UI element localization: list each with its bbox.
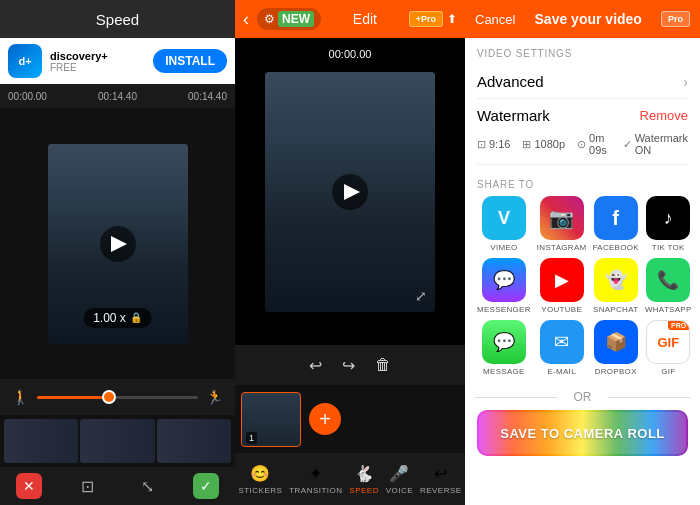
right-panel: Cancel Save your video Pro VIDEO SETTING… bbox=[465, 0, 700, 505]
timeline-mid: 00:14.40 bbox=[98, 91, 137, 102]
left-panel: Speed d+ discovery+ FREE INSTALL 00:00.0… bbox=[0, 0, 235, 505]
gear-icon: ⚙ bbox=[264, 12, 275, 26]
stickers-label: STICKERS bbox=[238, 486, 282, 495]
timeline-clip[interactable]: 1 bbox=[241, 392, 301, 447]
tiktok-icon: ♪ bbox=[646, 196, 690, 240]
voice-tool[interactable]: 🎤 VOICE bbox=[386, 464, 413, 495]
speed-title: Speed bbox=[96, 11, 139, 28]
pro-badge-right: Pro bbox=[661, 11, 690, 27]
gif-share-button[interactable]: GIF PRO GIF bbox=[645, 320, 692, 376]
share-app-grid: V VIMEO 📷 INSTAGRAM f FACEBOOK ♪ TIK TOK… bbox=[477, 196, 688, 376]
messenger-share-button[interactable]: 💬 MESSENGER bbox=[477, 258, 531, 314]
advanced-row[interactable]: Advanced › bbox=[477, 65, 688, 99]
clip-strip bbox=[0, 415, 235, 467]
back-button[interactable]: ‹ bbox=[243, 9, 249, 30]
play-button[interactable] bbox=[100, 226, 136, 262]
crop-button[interactable]: ⊡ bbox=[74, 472, 102, 500]
ad-banner: d+ discovery+ FREE INSTALL bbox=[0, 38, 235, 84]
messenger-label: MESSENGER bbox=[477, 305, 531, 314]
or-divider: OR bbox=[465, 384, 700, 410]
mid-tools-bar: 😊 STICKERS ✦ TRANSITION 🐇 SPEED 🎤 VOICE … bbox=[235, 453, 465, 505]
clip-item[interactable] bbox=[157, 419, 231, 463]
save-camera-roll-label: SAVE TO CAMERA ROLL bbox=[500, 426, 665, 441]
redo-button[interactable]: ↪ bbox=[342, 356, 355, 375]
install-button[interactable]: INSTALL bbox=[153, 49, 227, 73]
video-thumbnail: 1.00 x 🔒 bbox=[48, 144, 188, 344]
share-button[interactable]: ⬆ bbox=[447, 12, 457, 26]
confirm-button[interactable]: ✓ bbox=[193, 473, 219, 499]
stickers-tool[interactable]: 😊 STICKERS bbox=[238, 464, 282, 495]
clip-item[interactable] bbox=[80, 419, 154, 463]
tiktok-share-button[interactable]: ♪ TIK TOK bbox=[645, 196, 692, 252]
resize-icon: ⤡ bbox=[141, 477, 154, 496]
instagram-label: INSTAGRAM bbox=[537, 243, 587, 252]
save-camera-roll-button[interactable]: SAVE TO CAMERA ROLL bbox=[477, 410, 688, 456]
message-share-button[interactable]: 💬 MESSAGE bbox=[477, 320, 531, 376]
email-share-button[interactable]: ✉ E-MAIL bbox=[537, 320, 587, 376]
ratio-value: 9:16 bbox=[489, 138, 510, 150]
facebook-label: FACEBOOK bbox=[593, 243, 639, 252]
instagram-share-button[interactable]: 📷 INSTAGRAM bbox=[537, 196, 587, 252]
video-settings-label: VIDEO SETTINGS bbox=[477, 48, 688, 59]
save-camera-inner: SAVE TO CAMERA ROLL bbox=[479, 412, 686, 454]
cancel-button[interactable]: Cancel bbox=[475, 12, 515, 27]
undo-button[interactable]: ↩ bbox=[309, 356, 322, 375]
reverse-tool[interactable]: ↩ REVERSE bbox=[420, 464, 462, 495]
mid-play-button[interactable] bbox=[332, 174, 368, 210]
watermark-status-value: Watermark ON bbox=[635, 132, 688, 156]
speed-slider-track[interactable] bbox=[37, 396, 198, 399]
mid-controls: ↩ ↪ 🗑 bbox=[235, 345, 465, 385]
clock-icon: ⊙ bbox=[577, 138, 586, 151]
watermark-status-icon: ✓ bbox=[623, 138, 632, 151]
speed-badge: 1.00 x 🔒 bbox=[83, 308, 152, 328]
expand-icon[interactable]: ⤢ bbox=[415, 288, 427, 304]
youtube-label: YOUTUBE bbox=[541, 305, 582, 314]
watermark-label: Watermark bbox=[477, 107, 550, 124]
watermark-row: Watermark Remove bbox=[477, 99, 688, 128]
vimeo-share-button[interactable]: V VIMEO bbox=[477, 196, 531, 252]
video-settings-section: VIDEO SETTINGS Advanced › Watermark Remo… bbox=[465, 38, 700, 171]
whatsapp-share-button[interactable]: 📞 WHATSAPP bbox=[645, 258, 692, 314]
ad-app-icon: d+ bbox=[8, 44, 42, 78]
vimeo-label: VIMEO bbox=[490, 243, 517, 252]
resolution-value: 1080p bbox=[534, 138, 565, 150]
reverse-label: REVERSE bbox=[420, 486, 462, 495]
gif-icon: GIF PRO bbox=[646, 320, 690, 364]
save-video-label: Save your video bbox=[535, 11, 642, 27]
delete-button[interactable]: ✕ bbox=[16, 473, 42, 499]
delete-clip-button[interactable]: 🗑 bbox=[375, 356, 391, 374]
dropbox-share-button[interactable]: 📦 DROPBOX bbox=[593, 320, 639, 376]
gif-pro-badge: PRO bbox=[668, 321, 689, 330]
remove-watermark-button[interactable]: Remove bbox=[640, 108, 688, 123]
speed-header: Speed bbox=[0, 0, 235, 38]
dropbox-label: DROPBOX bbox=[595, 367, 637, 376]
settings-button[interactable]: ⚙ NEW bbox=[257, 8, 321, 30]
speed-tool[interactable]: 🐇 SPEED bbox=[349, 464, 379, 495]
speed-slider-area: 🚶 🏃 bbox=[0, 379, 235, 415]
transition-icon: ✦ bbox=[309, 464, 322, 483]
clip-number: 1 bbox=[246, 432, 257, 444]
ad-app-name: discovery+ bbox=[50, 50, 145, 62]
ratio-icon: ⊡ bbox=[477, 138, 486, 151]
add-clip-button[interactable]: + bbox=[309, 403, 341, 435]
mid-timestamp: 00:00.00 bbox=[323, 46, 378, 62]
instagram-icon: 📷 bbox=[540, 196, 584, 240]
new-badge: NEW bbox=[278, 11, 314, 27]
resize-button[interactable]: ⤡ bbox=[133, 472, 161, 500]
youtube-share-button[interactable]: ▶ YOUTUBE bbox=[537, 258, 587, 314]
share-to-section: SHARE TO V VIMEO 📷 INSTAGRAM f FACEBOOK … bbox=[465, 171, 700, 384]
transition-tool[interactable]: ✦ TRANSITION bbox=[289, 464, 342, 495]
transition-label: TRANSITION bbox=[289, 486, 342, 495]
mid-header: ‹ ⚙ NEW Edit +Pro ⬆ bbox=[235, 0, 465, 38]
bottom-toolbar: ✕ ⊡ ⤡ ✓ bbox=[0, 467, 235, 505]
facebook-share-button[interactable]: f FACEBOOK bbox=[593, 196, 639, 252]
clip-item[interactable] bbox=[4, 419, 78, 463]
chevron-right-icon: › bbox=[683, 74, 688, 90]
slider-thumb[interactable] bbox=[102, 390, 116, 404]
snapchat-share-button[interactable]: 👻 SNAPCHAT bbox=[593, 258, 639, 314]
meta-duration: ⊙ 0m 09s bbox=[577, 132, 611, 156]
message-label: MESSAGE bbox=[483, 367, 525, 376]
ad-sub-text: FREE bbox=[50, 62, 145, 73]
mid-video-area: ⤢ 00:00.00 bbox=[235, 38, 465, 345]
timeline-bar: 00:00.00 00:14.40 00:14.40 bbox=[0, 84, 235, 108]
